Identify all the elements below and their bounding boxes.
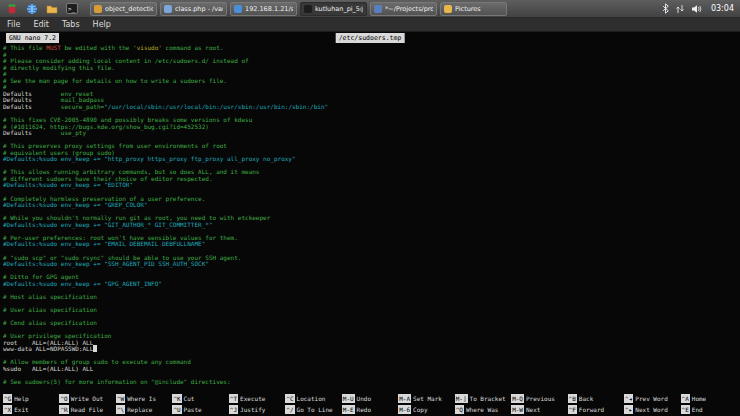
- shortcut-back[interactable]: ^BBack: [568, 394, 624, 403]
- shortcut-label: Previous: [526, 395, 555, 402]
- shortcut-exit[interactable]: ^XExit: [3, 405, 59, 414]
- shortcut-key: M-6: [398, 405, 411, 414]
- svg-text:>_: >_: [68, 5, 76, 13]
- shortcut-label: Next: [526, 406, 540, 413]
- image-app-icon: [94, 5, 102, 13]
- shortcut-paste[interactable]: ^UPaste: [172, 405, 228, 414]
- shortcut-label: Set Mark: [413, 395, 442, 402]
- shortcut-key: ^◂: [624, 394, 633, 403]
- shortcut-label: To Bracket: [470, 395, 506, 402]
- taskbar-window-projects-project[interactable]: *~/Projects/project_...: [370, 2, 437, 16]
- nano-version-label: GNU nano 7.2: [6, 33, 59, 43]
- shortcut-label: Redo: [357, 406, 371, 413]
- bluetooth-icon[interactable]: [662, 3, 669, 14]
- shortcut-read-file[interactable]: ^RRead File: [59, 405, 115, 414]
- shortcut-previous[interactable]: M-QPrevious: [511, 394, 567, 403]
- shortcut-home[interactable]: ^AHome: [681, 394, 737, 403]
- browser-icon: [234, 5, 242, 13]
- shortcut-key: ^\: [116, 405, 125, 414]
- shortcut-where-was[interactable]: ^QWhere Was: [455, 405, 511, 414]
- clock: 03:04: [711, 4, 734, 13]
- shortcut-to-bracket[interactable]: M-]To Bracket: [455, 394, 511, 403]
- menu-file[interactable]: File: [7, 20, 20, 29]
- shortcut-key: ^B: [568, 394, 577, 403]
- nano-header: GNU nano 7.2 /etc/sudoers.tmp: [3, 33, 737, 43]
- shortcut-label: Undo: [357, 395, 371, 402]
- shortcut-key: M-A: [398, 394, 411, 403]
- shortcut-go-to-line[interactable]: ^/Go To Line: [285, 405, 341, 414]
- terminal-window[interactable]: GNU nano 7.2 /etc/sudoers.tmp # This fil…: [0, 32, 740, 416]
- shortcut-label: Go To Line: [297, 406, 333, 413]
- terminal-icon: >_: [66, 3, 78, 14]
- menu-help[interactable]: Help: [93, 20, 111, 29]
- shortcut-help[interactable]: ^GHelp: [3, 394, 59, 403]
- taskbar-window-192-168-1-21-smart[interactable]: 192.168.1.21/smart_...: [230, 2, 297, 16]
- nano-editor-buffer[interactable]: # This file MUST be edited with the 'vis…: [3, 43, 737, 394]
- folder-icon: [46, 4, 58, 14]
- shortcut-label: Location: [297, 395, 326, 402]
- taskbar-window-object-detection-mo[interactable]: object_detection_mo...: [90, 2, 157, 16]
- shortcut-key: ^▸: [624, 405, 633, 414]
- shortcut-label: Justify: [240, 406, 265, 413]
- shortcut-label: Next Word: [635, 406, 668, 413]
- shortcut-label: Exit: [14, 406, 28, 413]
- shortcut-label: Prev Word: [635, 395, 668, 402]
- shortcut-label: Replace: [127, 406, 152, 413]
- shortcut-label: Paste: [184, 406, 202, 413]
- shortcut-cut[interactable]: ^KCut: [172, 394, 228, 403]
- shortcut-location[interactable]: ^CLocation: [285, 394, 341, 403]
- shortcut-label: End: [692, 406, 703, 413]
- taskbar-window-class-php-var-ww[interactable]: class.php - /var/ww...: [160, 2, 227, 16]
- shortcut-justify[interactable]: ^JJustify: [229, 405, 285, 414]
- shortcut-next-word[interactable]: ^▸Next Word: [624, 405, 680, 414]
- taskbar-window-title: Pictures: [455, 5, 481, 13]
- shortcut-key: ^J: [229, 405, 238, 414]
- menu-tabs[interactable]: Tabs: [62, 20, 80, 29]
- taskbar-window-title: class.php - /var/ww...: [175, 5, 223, 13]
- shortcut-label: Execute: [240, 395, 265, 402]
- shortcut-redo[interactable]: M-ERedo: [342, 405, 398, 414]
- editor-line: # See sudoers(5) for more information on…: [3, 379, 737, 386]
- applications-menu-button[interactable]: [4, 1, 20, 16]
- shortcut-key: ^Q: [455, 405, 464, 414]
- menu-edit[interactable]: Edit: [33, 20, 49, 29]
- shortcut-key: M-U: [342, 394, 355, 403]
- shortcut-end[interactable]: ^EEnd: [681, 405, 737, 414]
- shortcut-key: ^W: [116, 394, 125, 403]
- shortcut-replace[interactable]: ^\Replace: [116, 405, 172, 414]
- network-icon[interactable]: [675, 4, 685, 14]
- taskbar-window-pictures[interactable]: Pictures: [440, 2, 507, 16]
- shortcut-key: ^E: [681, 405, 690, 414]
- shortcut-copy[interactable]: M-6Copy: [398, 405, 454, 414]
- globe-icon: [26, 3, 38, 15]
- shortcut-key: ^K: [172, 394, 181, 403]
- shortcut-key: ^O: [59, 394, 68, 403]
- shortcut-next[interactable]: M-WNext: [511, 405, 567, 414]
- shortcut-undo[interactable]: M-UUndo: [342, 394, 398, 403]
- taskbar-window-title: *~/Projects/project_...: [385, 5, 433, 13]
- ide-icon: [374, 5, 382, 13]
- shortcut-key: ^C: [285, 394, 294, 403]
- taskbar-window-title: 192.168.1.21/smart_...: [245, 5, 293, 13]
- shortcut-where-is[interactable]: ^WWhere Is: [116, 394, 172, 403]
- terminal-launcher[interactable]: >_: [64, 1, 80, 16]
- desktop: >_ object_detection_mo...class.php - /va…: [0, 0, 740, 416]
- shortcut-label: Where Is: [127, 395, 156, 402]
- volume-icon[interactable]: [691, 4, 702, 14]
- shortcut-key: M-]: [455, 394, 468, 403]
- shortcut-execute[interactable]: ^TExecute: [229, 394, 285, 403]
- shortcut-set-mark[interactable]: M-ASet Mark: [398, 394, 454, 403]
- shortcut-forward[interactable]: ^FForward: [568, 405, 624, 414]
- taskbar-window-kutluhan-pi-5-rasp[interactable]: kutluhan_pi_5@rasp...: [300, 2, 367, 16]
- web-browser-launcher[interactable]: [24, 1, 40, 16]
- shortcut-prev-word[interactable]: ^◂Prev Word: [624, 394, 680, 403]
- shortcut-write-out[interactable]: ^OWrite Out: [59, 394, 115, 403]
- shortcut-label: Cut: [184, 395, 195, 402]
- file-manager-launcher[interactable]: [44, 1, 60, 16]
- terminal-menubar: FileEditTabsHelp: [0, 18, 740, 32]
- text-cursor: [93, 345, 97, 352]
- shortcut-label: Copy: [413, 406, 427, 413]
- shortcut-key: ^G: [3, 394, 12, 403]
- code-editor-icon: [164, 5, 172, 13]
- taskbar-window-title: kutluhan_pi_5@rasp...: [315, 5, 363, 13]
